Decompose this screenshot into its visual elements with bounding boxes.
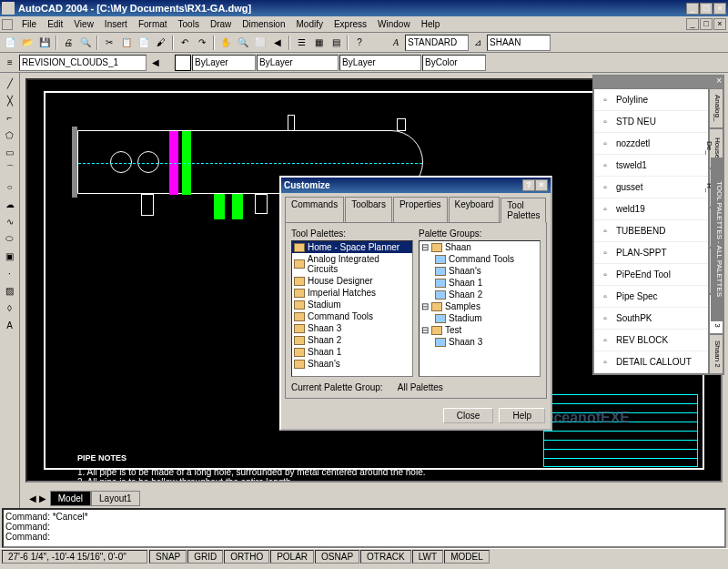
tool-palettes-listbox[interactable]: Home - Space PlannerAnalog Integrated Ci… [291,240,413,377]
ellipse-tool[interactable]: ⬭ [2,230,18,247]
menu-tools[interactable]: Tools [173,17,205,31]
close-button[interactable]: × [713,3,726,15]
menu-dimension[interactable]: Dimension [237,17,290,31]
maximize-button[interactable]: □ [700,3,713,15]
tree-item[interactable]: ⊟ Samples [420,300,540,312]
polygon-tool[interactable]: ⬠ [2,127,18,143]
zoom-prev-button[interactable]: ◀ [269,35,286,51]
preview-button[interactable]: 🔍 [77,35,94,51]
menu-edit[interactable]: Edit [42,17,68,31]
print-button[interactable]: 🖨 [60,35,76,51]
list-item[interactable]: Shaan 2 [292,334,412,346]
spline-tool[interactable]: ∿ [2,213,18,229]
polyline-tool[interactable]: ⌐ [2,109,18,126]
tab-model[interactable]: Model [50,491,91,506]
menu-express[interactable]: Express [329,17,372,31]
arc-tool[interactable]: ⌒ [2,161,18,178]
tree-item[interactable]: Shaan 3 [420,336,540,348]
doc-close-button[interactable]: × [713,18,726,30]
doc-minimize-button[interactable]: _ [686,18,699,30]
palette-item[interactable]: ▫ PLAN-SPPT [594,242,708,264]
save-button[interactable]: 💾 [36,35,53,51]
palette-item[interactable]: ▫ tsweld1 [594,155,708,177]
tree-item[interactable]: Shaan's [420,265,540,277]
palette-close-icon[interactable]: × [716,76,722,88]
tab-toolbars[interactable]: Toolbars [345,197,392,222]
dimstyle-icon[interactable]: ⊿ [470,35,486,51]
menu-help[interactable]: Help [416,17,446,31]
plotstyle-dropdown[interactable] [422,55,486,71]
line-tool[interactable]: ╱ [2,75,18,91]
tab-properties[interactable]: Properties [393,197,448,222]
status-osnap[interactable]: OSNAP [315,550,359,564]
status-otrack[interactable]: OTRACK [360,550,411,564]
circle-tool[interactable]: ○ [2,178,18,195]
menu-insert[interactable]: Insert [99,17,133,31]
palette-item[interactable]: ▫ Pipe Spec [594,286,708,308]
status-polar[interactable]: POLAR [270,550,314,564]
lineweight-dropdown[interactable] [339,55,421,71]
palette-item[interactable]: ▫ weld19 [594,198,708,220]
palette-item[interactable]: ▫ SouthPK [594,308,708,330]
list-item[interactable]: Home - Space Planner [292,241,412,253]
menu-modify[interactable]: Modify [291,17,329,31]
menu-draw[interactable]: Draw [205,17,237,31]
list-item[interactable]: Shaan 3 [292,322,412,334]
doc-maximize-button[interactable]: □ [700,18,713,30]
tab-commands[interactable]: Commands [285,197,344,222]
textstyle-dropdown[interactable] [405,35,469,51]
vtab-0[interactable]: Analog_ [709,88,723,128]
layer-dropdown[interactable] [19,55,147,71]
redo-button[interactable]: ↷ [194,35,210,51]
color-dropdown[interactable] [192,55,256,71]
new-button[interactable]: 📄 [2,35,18,51]
close-button[interactable]: Close [443,408,494,423]
designcenter-button[interactable]: ▦ [310,35,327,51]
region-tool[interactable]: ◊ [2,300,18,316]
list-item[interactable]: Shaan 1 [292,346,412,358]
command-window[interactable]: Command: *Cancel* Command: Command: [2,508,726,548]
linetype-dropdown[interactable] [257,55,339,71]
revcloud-tool[interactable]: ☁ [2,196,18,212]
palette-groups-tree[interactable]: ⊟ ShaanCommand ToolsShaan'sShaan 1Shaan … [419,240,541,377]
palette-item[interactable]: ▫ nozzdetl [594,133,708,155]
tab-tool-palettes[interactable]: Tool Palettes [500,198,546,223]
textstyle-a-button[interactable]: A [388,35,404,51]
menu-window[interactable]: Window [372,17,416,31]
palette-item[interactable]: ▫ REV BLOCK [594,330,708,351]
dimstyle-dropdown[interactable] [487,35,551,51]
palette-item[interactable]: ▫ TUBEBEND [594,220,708,242]
paste-button[interactable]: 📄 [136,35,152,51]
list-item[interactable]: Stadium [292,299,412,310]
list-item[interactable]: House Designer [292,275,412,287]
menu-format[interactable]: Format [133,17,173,31]
tree-item[interactable]: ⊟ Test [420,324,540,336]
layer-manager-button[interactable]: ≡ [2,55,18,71]
tree-item[interactable]: Stadium [420,312,540,324]
minimize-button[interactable]: _ [686,3,699,15]
point-tool[interactable]: · [2,265,18,281]
help-button[interactable]: Help [499,408,545,423]
properties-button[interactable]: ☰ [293,35,309,51]
tree-item[interactable]: Shaan 1 [420,277,540,289]
list-item[interactable]: Analog Integrated Circuits [292,253,412,275]
palette-item[interactable]: ▫ STD NEU [594,111,708,133]
pan-button[interactable]: ✋ [217,35,234,51]
hatch-tool[interactable]: ▨ [2,282,18,299]
tab-layout1[interactable]: Layout1 [91,491,140,506]
palette-item[interactable]: ▫ Polyline [594,89,708,111]
tree-item[interactable]: Command Tools [420,253,540,265]
rectangle-tool[interactable]: ▭ [2,144,18,160]
block-tool[interactable]: ▣ [2,248,18,264]
text-tool[interactable]: A [2,317,18,333]
cut-button[interactable]: ✂ [101,35,117,51]
palette-item[interactable]: ▫ gusset [594,177,708,198]
menu-file[interactable]: File [16,17,42,31]
tree-item[interactable]: Shaan 2 [420,289,540,300]
help-button[interactable]: ? [351,35,368,51]
layer-prev-button[interactable]: ◀ [147,55,164,71]
tab-keyboard[interactable]: Keyboard [449,197,500,222]
menu-view[interactable]: View [68,17,99,31]
undo-button[interactable]: ↶ [177,35,193,51]
tree-item[interactable]: ⊟ Shaan [420,241,540,253]
